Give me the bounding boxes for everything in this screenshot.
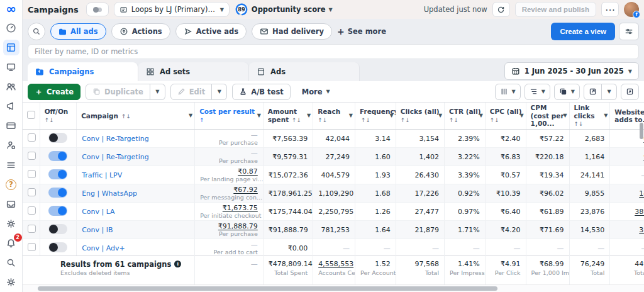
account-overview-icon[interactable] — [3, 59, 19, 75]
columns-button[interactable]: ▼ — [495, 84, 521, 100]
all-tools-icon[interactable] — [3, 157, 19, 172]
website-adds-value[interactable]: 14 — [639, 189, 644, 198]
cost-value[interactable]: ₹91,888.79 — [200, 222, 258, 230]
row-checkbox[interactable] — [28, 170, 36, 178]
campaigns-icon[interactable] — [3, 40, 19, 55]
campaign-link[interactable]: Conv | LA — [82, 208, 115, 216]
export-button[interactable] — [584, 84, 602, 100]
row-checkbox[interactable] — [28, 133, 36, 142]
export-caret-button[interactable]: ▼ — [602, 84, 617, 100]
billing-icon[interactable] — [3, 118, 19, 133]
campaign-toggle[interactable] — [48, 242, 67, 252]
horizontal-scrollbar-thumb[interactable] — [38, 286, 497, 291]
row-checkbox[interactable] — [28, 225, 36, 233]
account-settings-icon[interactable] — [3, 137, 19, 153]
tab-campaigns[interactable]: Campaigns — [28, 62, 138, 81]
campaign-toggle[interactable] — [48, 206, 67, 216]
column-header-freq[interactable]: Frequency ↑↓▼ — [355, 103, 396, 130]
website-adds-value[interactable]: 389 — [635, 208, 644, 216]
column-header-clicks[interactable]: Clicks (all) ↑↓▼ — [396, 103, 444, 130]
campaign-link[interactable]: Conv | Re-Targeting — [82, 153, 149, 161]
duplicate-button[interactable]: Duplicate — [86, 84, 150, 100]
settings-icon[interactable] — [3, 216, 19, 232]
ab-test-button[interactable]: A/B test — [232, 84, 291, 100]
cost-value[interactable]: ₹0.87 — [200, 167, 258, 176]
duplicate-caret-button[interactable]: ▼ — [150, 84, 165, 100]
column-header-toggle[interactable]: Off/On ↑↓ — [40, 103, 76, 130]
filter-pill-actions[interactable]: Actions — [111, 23, 170, 40]
campaign-toggle[interactable] — [48, 133, 67, 143]
totals-value[interactable]: 4,558,553 — [318, 260, 350, 269]
chevron-down-icon[interactable]: ▼ — [189, 113, 192, 119]
column-header-ctr[interactable]: CTR (all) ↑↓▼ — [445, 103, 486, 130]
expand-button[interactable] — [621, 84, 639, 100]
column-header-amount[interactable]: Amount spent ↑↓▼ — [263, 103, 313, 130]
campaign-toggle[interactable] — [48, 188, 67, 198]
campaign-toggle[interactable] — [48, 224, 67, 234]
campaign-link[interactable]: Eng | WhatsApp — [82, 189, 137, 198]
row-checkbox[interactable] — [28, 188, 36, 196]
campaign-toggle[interactable] — [48, 151, 67, 161]
chevron-down-icon[interactable]: ▼ — [438, 113, 442, 119]
business-settings-icon[interactable] — [3, 274, 19, 290]
cost-value[interactable]: ₹1,673.75 — [200, 204, 258, 212]
more-button[interactable]: More ▼ — [296, 84, 336, 100]
chevron-down-icon[interactable]: ▼ — [349, 113, 353, 119]
ads-manager-home-icon[interactable] — [3, 20, 19, 36]
edit-button[interactable]: Edit — [170, 84, 213, 100]
view-settings-button[interactable] — [619, 23, 639, 40]
column-header-adds[interactable]: Website adds to...▼ — [610, 103, 644, 130]
chevron-down-icon[interactable]: ▼ — [479, 113, 483, 119]
column-header-cpc[interactable]: CPC (all) ↑↓▼ — [485, 103, 526, 130]
filter-pill-active-ads[interactable]: Active ads — [175, 23, 247, 40]
chevron-down-icon[interactable]: ▼ — [390, 113, 394, 119]
column-header-link_clicks[interactable]: Link clicks ↑↓▼ — [569, 103, 610, 130]
row-checkbox[interactable] — [28, 206, 36, 215]
avatar[interactable] — [624, 2, 639, 17]
inbox-icon[interactable] — [3, 196, 19, 212]
column-header-cpm[interactable]: CPM (cost per 1,00...▼ — [526, 103, 569, 130]
advertising-icon[interactable] — [3, 98, 19, 114]
column-header-reach[interactable]: Reach ↑↓▼ — [313, 103, 355, 130]
chevron-down-icon[interactable]: ▼ — [604, 113, 608, 119]
campaign-link[interactable]: Traffic | LPV — [82, 171, 122, 179]
campaign-link[interactable]: Conv | IB — [82, 226, 113, 234]
help-icon[interactable]: ? — [3, 177, 19, 193]
row-checkbox[interactable] — [28, 243, 36, 251]
beta-toggle[interactable] — [86, 3, 109, 16]
tab-ad-sets[interactable]: Ad sets — [138, 62, 249, 81]
campaign-toggle[interactable] — [48, 169, 67, 179]
more-options-button[interactable]: ⋯ — [601, 2, 619, 17]
filter-pill-had-delivery[interactable]: Had delivery — [252, 23, 332, 40]
info-icon[interactable]: i — [174, 261, 181, 267]
row-checkbox[interactable] — [28, 152, 36, 160]
notifications-icon[interactable]: 2 — [3, 235, 19, 251]
chevron-down-icon[interactable]: ▼ — [257, 113, 261, 119]
create-button[interactable]: ＋ Create — [28, 84, 80, 100]
search-button[interactable] — [28, 23, 45, 40]
audiences-icon[interactable] — [3, 79, 19, 94]
opportunity-score[interactable]: 89 Opportunity score ▼ — [235, 3, 333, 16]
campaign-link[interactable]: Conv | Re-Targeting — [82, 135, 149, 143]
tab-ads[interactable]: Ads — [249, 62, 360, 81]
refresh-button[interactable] — [492, 2, 510, 17]
edit-caret-button[interactable]: ▼ — [212, 84, 227, 100]
chevron-down-icon[interactable]: ▼ — [519, 113, 523, 119]
select-all-checkbox[interactable] — [27, 111, 35, 119]
website-adds-value[interactable]: 31 — [639, 226, 644, 234]
meta-logo[interactable]: ∞ — [0, 0, 22, 18]
create-a-view-button[interactable]: Create a view — [551, 23, 615, 40]
filter-input[interactable] — [28, 44, 639, 59]
vertical-scrollbar[interactable] — [640, 123, 643, 139]
column-header-name[interactable]: Campaign ↑↓▼ — [77, 103, 195, 130]
see-more-button[interactable]: + See more — [337, 26, 386, 36]
chevron-down-icon[interactable]: ▼ — [563, 113, 567, 119]
filter-pill-all-ads[interactable]: All ads — [50, 23, 106, 40]
column-header-cost[interactable]: Cost per result ↑▼ — [195, 103, 264, 130]
cost-value[interactable]: ₹67.92 — [200, 186, 258, 194]
date-range-picker[interactable]: 1 Jun 2025 - 30 Jun 2025 ▼ — [504, 62, 639, 80]
column-header-select[interactable] — [23, 103, 40, 130]
reports-button[interactable]: ▼ — [554, 84, 580, 100]
search-rail-icon[interactable] — [3, 255, 19, 271]
campaign-link[interactable]: Conv | Adv+ — [82, 244, 125, 252]
